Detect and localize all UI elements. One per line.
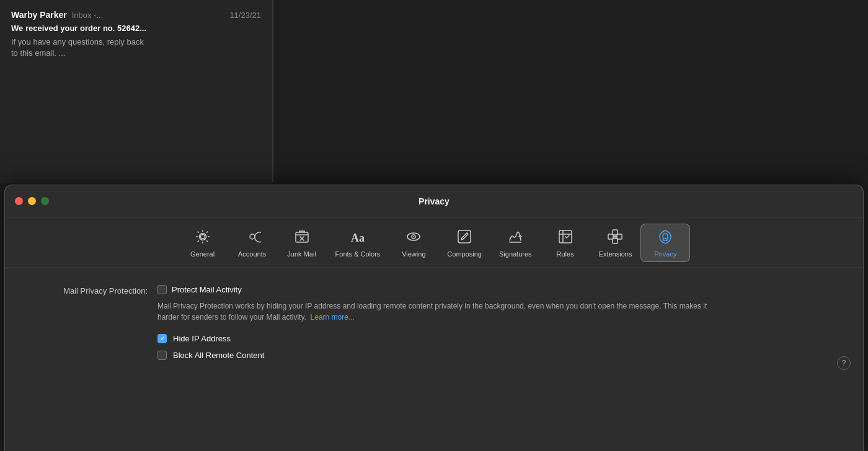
tab-accounts-label: Accounts	[238, 250, 266, 258]
tab-general-label: General	[190, 250, 215, 258]
tab-viewing[interactable]: Viewing	[389, 224, 438, 261]
maximize-button[interactable]	[41, 197, 49, 205]
svg-point-9	[413, 236, 414, 237]
email-inbox: Inbox -...	[72, 11, 104, 20]
svg-text:Aa: Aa	[351, 232, 365, 244]
gear-icon	[194, 228, 211, 248]
tab-extensions[interactable]: Extensions	[590, 224, 641, 261]
tab-rules[interactable]: Rules	[541, 224, 590, 261]
svg-point-0	[200, 235, 205, 239]
tab-general[interactable]: General	[178, 224, 228, 261]
block-remote-checkbox[interactable]	[157, 351, 167, 360]
tab-fonts-colors[interactable]: Aa Fonts & Colors	[327, 224, 389, 261]
learn-more-link[interactable]: Learn more...	[311, 313, 355, 322]
protect-activity-label: Protect Mail Activity	[172, 285, 242, 294]
tab-composing-label: Composing	[447, 250, 482, 258]
tab-signatures-label: Signatures	[499, 250, 532, 258]
privacy-window: Privacy General Accounts	[4, 185, 864, 451]
hide-ip-checkbox[interactable]	[157, 334, 167, 343]
hide-ip-label: Hide IP Address	[173, 334, 231, 343]
hide-ip-row: Hide IP Address	[157, 334, 844, 343]
privacy-protection-section: Mail Privacy Protection: Protect Mail Ac…	[24, 285, 844, 367]
email-sender: Warby Parker	[11, 10, 67, 20]
tab-accounts[interactable]: Accounts	[228, 224, 277, 261]
window-controls	[15, 197, 49, 205]
privacy-description: Mail Privacy Protection works by hiding …	[157, 300, 715, 323]
email-item[interactable]: Warby Parker Inbox -... 11/23/21 We rece…	[0, 0, 272, 69]
viewing-icon	[405, 228, 422, 248]
tab-privacy[interactable]: Privacy	[640, 224, 690, 262]
extensions-icon	[606, 228, 624, 248]
signatures-icon	[507, 228, 524, 248]
protect-activity-checkbox[interactable]	[157, 285, 167, 294]
section-content: Protect Mail Activity Mail Privacy Prote…	[157, 285, 844, 367]
block-remote-row: Block All Remote Content	[157, 351, 844, 360]
email-preview: If you have any questions, reply back to…	[11, 37, 261, 59]
svg-rect-10	[458, 230, 471, 243]
close-button[interactable]	[15, 197, 23, 205]
at-icon	[244, 228, 261, 248]
fonts-icon: Aa	[349, 228, 366, 248]
minimize-button[interactable]	[28, 197, 36, 205]
tab-viewing-label: Viewing	[402, 250, 425, 258]
protect-activity-row: Protect Mail Activity	[157, 285, 844, 294]
tab-extensions-label: Extensions	[599, 250, 632, 258]
tab-signatures[interactable]: Signatures	[490, 224, 541, 261]
svg-point-2	[250, 234, 255, 239]
help-button[interactable]: ?	[837, 356, 851, 370]
content-area: Mail Privacy Protection: Protect Mail Ac…	[5, 268, 863, 380]
junk-icon	[293, 228, 311, 248]
email-header: Warby Parker Inbox -... 11/23/21	[11, 10, 261, 20]
tab-composing[interactable]: Composing	[438, 224, 490, 261]
section-label: Mail Privacy Protection:	[24, 285, 148, 296]
sidebar-divider	[273, 0, 273, 183]
svg-rect-3	[296, 232, 308, 242]
title-bar: Privacy	[5, 185, 863, 217]
tab-privacy-label: Privacy	[654, 250, 676, 258]
tab-fonts-label: Fonts & Colors	[335, 250, 381, 258]
email-subject: We received your order no. 52642...	[11, 24, 261, 33]
tab-junk-mail-label: Junk Mail	[287, 250, 316, 258]
email-date: 11/23/21	[229, 11, 261, 20]
window-title: Privacy	[418, 196, 450, 206]
privacy-icon	[657, 228, 674, 248]
tab-junk-mail[interactable]: Junk Mail	[277, 224, 327, 261]
composing-icon	[456, 228, 473, 248]
block-remote-label: Block All Remote Content	[173, 351, 264, 360]
toolbar: General Accounts Junk Mail	[5, 217, 863, 268]
tab-rules-label: Rules	[557, 250, 574, 258]
rules-icon	[557, 228, 574, 248]
email-sidebar: Warby Parker Inbox -... 11/23/21 We rece…	[0, 0, 273, 183]
